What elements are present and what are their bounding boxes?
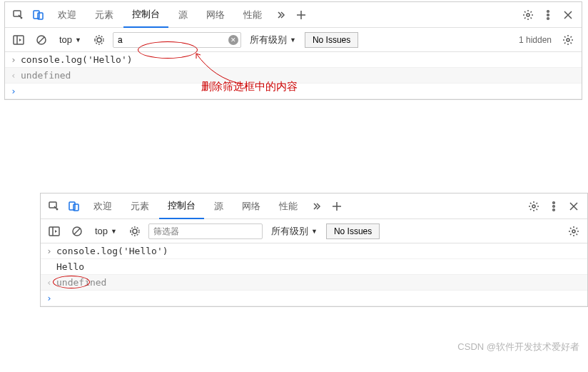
- clear-console-icon[interactable]: [32, 31, 51, 49]
- context-label: top: [95, 226, 108, 236]
- return-value: undefined: [56, 277, 106, 288]
- watermark: CSDN @软件开发技术爱好者: [457, 341, 579, 353]
- console-code: console.log('Hello'): [21, 54, 133, 65]
- tab-network[interactable]: 网络: [233, 194, 269, 218]
- console-input-row[interactable]: ›console.log('Hello'): [41, 243, 587, 259]
- tab-performance[interactable]: 性能: [235, 3, 270, 27]
- input-arrow-icon: ›: [11, 54, 21, 65]
- svg-point-10: [567, 39, 569, 41]
- sidebar-toggle-icon[interactable]: [9, 31, 28, 49]
- kebab-icon[interactable]: [544, 197, 563, 216]
- more-tabs-icon[interactable]: [272, 6, 290, 24]
- clear-filter-icon[interactable]: ✕: [228, 35, 238, 45]
- top-console-body: ›console.log('Hello') ‹undefined ›: [5, 52, 582, 99]
- context-select[interactable]: top ▼: [55, 33, 86, 46]
- more-tabs-icon[interactable]: [308, 197, 326, 216]
- tab-elements[interactable]: 元素: [86, 3, 122, 27]
- svg-rect-12: [69, 202, 75, 210]
- dropdown-icon: ▼: [311, 228, 318, 235]
- bottom-tabbar: 欢迎 元素 控制台 源 网络 性能: [41, 193, 587, 219]
- dropdown-icon: ▼: [290, 36, 296, 44]
- svg-point-21: [572, 230, 575, 233]
- return-value: undefined: [21, 70, 71, 81]
- inspect-icon[interactable]: [45, 197, 64, 216]
- output-arrow-icon: ‹: [46, 277, 56, 288]
- svg-point-9: [97, 38, 101, 42]
- console-prompt[interactable]: ›: [5, 84, 582, 99]
- tab-console[interactable]: 控制台: [159, 193, 204, 219]
- svg-point-17: [553, 208, 555, 211]
- console-input-row[interactable]: ›console.log('Hello'): [5, 52, 582, 68]
- dropdown-icon: ▼: [75, 36, 81, 44]
- level-select[interactable]: 所有级别 ▼: [245, 32, 300, 48]
- settings-icon[interactable]: [519, 6, 537, 24]
- level-label: 所有级别: [250, 34, 287, 46]
- sidebar-toggle-icon[interactable]: [45, 222, 64, 241]
- svg-point-14: [532, 205, 535, 208]
- console-settings-icon[interactable]: [564, 222, 583, 241]
- filter-input[interactable]: [113, 32, 241, 48]
- svg-point-15: [553, 201, 555, 203]
- console-settings-icon[interactable]: [559, 31, 577, 49]
- context-label: top: [59, 34, 72, 45]
- tab-elements[interactable]: 元素: [122, 194, 158, 218]
- settings-icon[interactable]: [524, 197, 543, 216]
- console-output-row: Hello: [41, 259, 587, 275]
- output-value: Hello: [56, 261, 84, 272]
- level-label: 所有级别: [271, 225, 308, 238]
- tab-sources[interactable]: 源: [170, 3, 196, 27]
- issues-button[interactable]: No Issues: [305, 32, 358, 48]
- svg-point-20: [133, 229, 137, 233]
- top-tabbar: 欢迎 元素 控制台 源 网络 性能: [5, 2, 582, 28]
- level-select[interactable]: 所有级别 ▼: [267, 223, 322, 239]
- filter-input[interactable]: [148, 223, 263, 239]
- tab-network[interactable]: 网络: [198, 3, 233, 27]
- tab-sources[interactable]: 源: [206, 194, 232, 218]
- svg-point-16: [553, 205, 555, 207]
- svg-point-4: [547, 10, 549, 12]
- prompt-arrow-icon: ›: [46, 293, 56, 303]
- bottom-console-toolbar: top ▼ 所有级别 ▼ No Issues: [41, 219, 587, 243]
- live-expression-icon[interactable]: [90, 31, 108, 49]
- top-console-toolbar: top ▼ ✕ 所有级别 ▼ No Issues 1 hidden: [5, 28, 582, 52]
- hidden-count: 1 hidden: [519, 35, 554, 45]
- tab-performance[interactable]: 性能: [270, 194, 306, 218]
- console-return-row: ‹undefined: [5, 68, 582, 84]
- tab-welcome[interactable]: 欢迎: [85, 194, 121, 218]
- svg-point-3: [527, 14, 529, 16]
- tab-console[interactable]: 控制台: [123, 2, 168, 28]
- context-select[interactable]: top ▼: [91, 224, 121, 238]
- svg-rect-18: [49, 227, 59, 236]
- console-return-row: ‹undefined: [41, 275, 587, 291]
- issues-button[interactable]: No Issues: [326, 223, 380, 239]
- clear-console-icon[interactable]: [68, 222, 86, 241]
- svg-rect-1: [34, 11, 39, 19]
- input-arrow-icon: ›: [46, 246, 56, 256]
- kebab-icon[interactable]: [539, 6, 557, 24]
- svg-point-6: [547, 17, 549, 19]
- dropdown-icon: ▼: [111, 228, 117, 235]
- output-arrow-icon: ‹: [11, 70, 21, 81]
- console-prompt[interactable]: ›: [41, 291, 587, 306]
- console-code: console.log('Hello'): [56, 246, 168, 256]
- add-tab-icon[interactable]: [292, 6, 310, 24]
- live-expression-icon[interactable]: [126, 222, 144, 241]
- device-toggle-icon[interactable]: [29, 6, 48, 24]
- device-toggle-icon[interactable]: [65, 197, 83, 216]
- inspect-icon[interactable]: [9, 6, 28, 24]
- svg-rect-7: [14, 36, 24, 44]
- bottom-console-body: ›console.log('Hello') Hello ‹undefined ›: [41, 243, 587, 306]
- prompt-arrow-icon: ›: [11, 86, 21, 96]
- svg-point-5: [547, 14, 549, 16]
- tab-welcome[interactable]: 欢迎: [49, 3, 85, 27]
- close-icon[interactable]: [564, 197, 583, 216]
- add-tab-icon[interactable]: [328, 197, 346, 216]
- close-icon[interactable]: [559, 6, 577, 24]
